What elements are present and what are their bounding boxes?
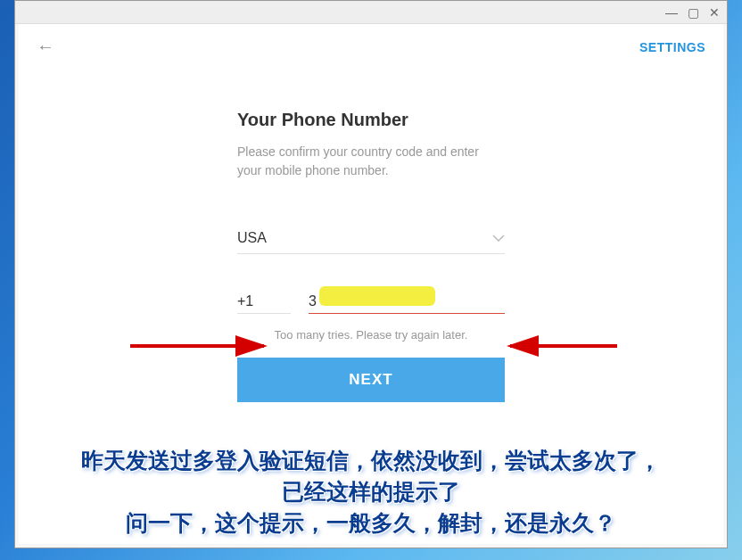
annotation-line-2: 已经这样的提示了	[72, 476, 670, 507]
country-code-input[interactable]	[237, 290, 291, 314]
page-title: Your Phone Number	[237, 110, 505, 130]
error-message: Too many tries. Please try again later.	[237, 328, 505, 342]
back-arrow-icon[interactable]: ←	[37, 37, 54, 57]
annotation-line-3: 问一下，这个提示，一般多久，解封，还是永久？	[72, 507, 670, 539]
phone-number-input[interactable]	[309, 290, 505, 314]
phone-field	[309, 290, 505, 314]
close-button[interactable]: ✕	[707, 5, 721, 20]
app-window: — ▢ ✕ ← SETTINGS Your Phone Number Pleas…	[14, 0, 728, 548]
content-area: ← SETTINGS Your Phone Number Please conf…	[19, 24, 723, 544]
maximize-button[interactable]: ▢	[686, 5, 700, 20]
country-label: USA	[237, 230, 267, 246]
country-select[interactable]: USA	[237, 230, 505, 254]
phone-row	[237, 290, 505, 314]
window-titlebar: — ▢ ✕	[15, 1, 727, 24]
annotation-line-1: 昨天发送过多登入验证短信，依然没收到，尝试太多次了，	[72, 445, 670, 476]
page-subtext: Please confirm your country code and ent…	[237, 143, 505, 180]
annotation-text: 昨天发送过多登入验证短信，依然没收到，尝试太多次了， 已经这样的提示了 问一下，…	[72, 445, 670, 539]
top-bar: ← SETTINGS	[19, 24, 723, 70]
settings-link[interactable]: SETTINGS	[639, 40, 705, 54]
annotation-arrow-right-icon	[497, 333, 622, 359]
next-button[interactable]: NEXT	[237, 358, 505, 402]
login-form: Your Phone Number Please confirm your co…	[237, 110, 505, 402]
minimize-button[interactable]: —	[664, 5, 679, 20]
chevron-down-icon	[492, 232, 505, 244]
